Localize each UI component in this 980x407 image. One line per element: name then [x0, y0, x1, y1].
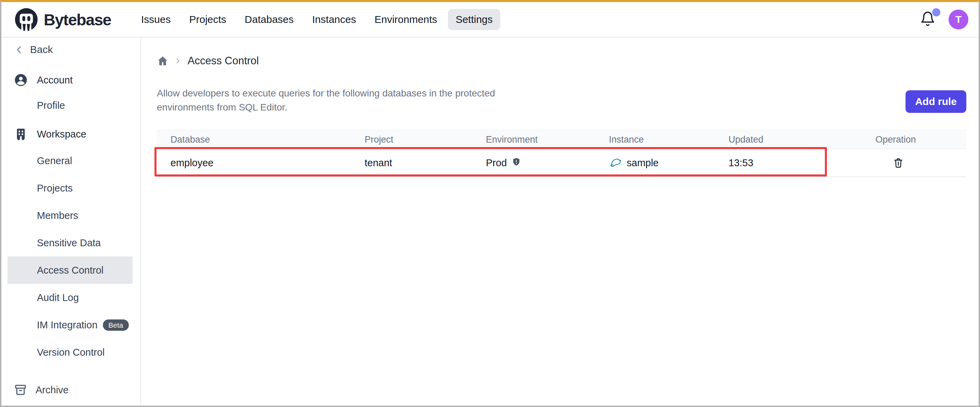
sidebar-item-profile[interactable]: Profile: [8, 93, 132, 118]
main-content: Access Control Allow developers to execu…: [141, 38, 978, 405]
sidebar-item-sensitive-data[interactable]: Sensitive Data: [8, 229, 132, 257]
chevron-right-icon: [174, 57, 182, 65]
nav-item-issues[interactable]: Issues: [134, 9, 178, 30]
general-label: General: [37, 155, 72, 166]
archive-box-icon: [14, 383, 27, 397]
user-circle-icon: [14, 73, 28, 87]
home-icon: [157, 55, 169, 67]
access-rules-table: Database Project Environment Instance Up…: [157, 130, 966, 177]
column-header-instance: Instance: [595, 130, 715, 149]
cell-database: employee: [157, 149, 351, 177]
table-header-row: Database Project Environment Instance Up…: [157, 130, 966, 149]
column-header-operation: Operation: [862, 130, 966, 149]
table-row[interactable]: employee tenant Prod: [157, 149, 966, 177]
trash-icon: [892, 157, 904, 169]
audit-log-label: Audit Log: [37, 292, 79, 303]
cell-operation: [862, 149, 966, 177]
sidebar-spacer: [2, 366, 140, 376]
building-icon: [14, 127, 28, 141]
beta-badge: Beta: [103, 319, 129, 331]
environment-name: Prod: [486, 157, 507, 169]
sidebar-item-access-control[interactable]: Access Control: [8, 257, 132, 284]
page-header-row: Allow developers to execute queries for …: [157, 86, 966, 114]
updated-time: 13:53: [729, 157, 754, 169]
nav-item-databases[interactable]: Databases: [237, 9, 301, 30]
sidebar-item-general[interactable]: General: [8, 147, 132, 174]
cell-updated: 13:53: [715, 149, 862, 177]
notifications-button[interactable]: [920, 11, 937, 28]
workspace-section-label: Workspace: [37, 129, 86, 140]
breadcrumb-home-link[interactable]: [157, 55, 169, 67]
sidebar-section-workspace: Workspace: [2, 121, 140, 147]
column-header-database: Database: [157, 130, 351, 149]
members-label: Members: [37, 210, 78, 221]
shield-exclamation-icon: [512, 157, 521, 169]
version-control-label: Version Control: [37, 347, 105, 358]
app-window: Bytebase Issues Projects Databases Insta…: [0, 0, 980, 407]
sidebar-item-im-integration[interactable]: IM Integration Beta: [8, 311, 132, 338]
cell-instance: sample: [595, 149, 715, 177]
cell-project: tenant: [351, 149, 472, 177]
page-title: Access Control: [188, 55, 259, 67]
sidebar-item-projects[interactable]: Projects: [8, 174, 132, 202]
nav-item-environments[interactable]: Environments: [367, 9, 445, 30]
im-integration-label: IM Integration: [37, 319, 97, 331]
chevron-left-icon: [14, 45, 24, 54]
sidebar-item-archive[interactable]: Archive: [2, 376, 140, 404]
project-name: tenant: [364, 157, 392, 169]
archive-label: Archive: [35, 385, 69, 396]
database-name: employee: [170, 157, 213, 169]
delete-rule-button[interactable]: [892, 157, 904, 169]
bytebase-logo[interactable]: Bytebase: [14, 7, 111, 32]
settings-sidebar: Back Account Profile: [2, 38, 141, 405]
instance-name: sample: [627, 157, 659, 169]
brand-wordmark: Bytebase: [44, 10, 111, 29]
access-control-label: Access Control: [37, 265, 103, 276]
sidebar-back-button[interactable]: Back: [2, 40, 140, 59]
sidebar-item-version-control[interactable]: Version Control: [8, 338, 132, 366]
projects-label: Projects: [37, 183, 73, 194]
page-description: Allow developers to execute queries for …: [157, 86, 529, 114]
profile-label: Profile: [37, 100, 65, 111]
cell-environment: Prod: [472, 149, 595, 177]
bytebase-logo-icon: [14, 7, 39, 32]
sidebar-section-account: Account: [2, 68, 140, 93]
nav-item-instances[interactable]: Instances: [305, 9, 364, 30]
sidebar-item-audit-log[interactable]: Audit Log: [8, 284, 132, 311]
body-row: Back Account Profile: [2, 38, 978, 405]
column-header-environment: Environment: [472, 130, 595, 149]
sidebar-item-members[interactable]: Members: [8, 202, 132, 229]
column-header-project: Project: [351, 130, 472, 149]
account-section-label: Account: [37, 75, 73, 86]
notification-dot: [932, 8, 940, 16]
top-navigation-bar: Bytebase Issues Projects Databases Insta…: [2, 2, 978, 38]
main-nav-links: Issues Projects Databases Instances Envi…: [134, 9, 500, 30]
back-label: Back: [30, 44, 53, 56]
sensitive-data-label: Sensitive Data: [37, 237, 101, 249]
column-header-updated: Updated: [715, 130, 862, 149]
nav-item-projects[interactable]: Projects: [182, 9, 234, 30]
add-rule-button[interactable]: Add rule: [905, 90, 966, 113]
user-avatar[interactable]: T: [948, 10, 968, 29]
mysql-dolphin-icon: [609, 156, 622, 170]
breadcrumb: Access Control: [157, 52, 966, 70]
nav-item-settings[interactable]: Settings: [448, 9, 500, 30]
